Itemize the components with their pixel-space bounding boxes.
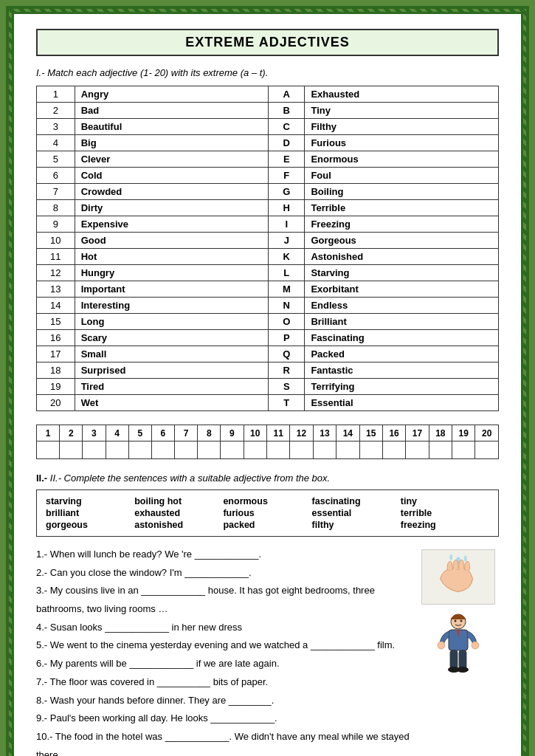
word-box-item: furious — [223, 508, 311, 518]
matching-row: 7CrowdedGBoiling — [37, 184, 499, 200]
matching-row: 19TiredSTerrifying — [37, 379, 499, 395]
sentence-item: 9.- Paul's been working all day. He look… — [36, 709, 410, 728]
matching-row: 12HungryLStarving — [37, 265, 499, 281]
word-box-item: terrible — [401, 508, 489, 518]
word-box-item: gorgeous — [46, 520, 134, 530]
matching-row: 4BigDFurious — [37, 135, 499, 151]
word-box-item: fascinating — [312, 496, 401, 506]
sentence-item: 8.- Wash your hands before dinner. They … — [36, 692, 410, 710]
page-title: EXTREME ADJECTIVES — [45, 35, 490, 50]
word-box-col3: enormousfuriouspacked — [223, 496, 311, 530]
matching-row: 5CleverEEnormous — [37, 151, 499, 168]
answer-numbers-row: 1234567891011121314151617181920 — [37, 425, 499, 441]
word-box-item: essential — [312, 508, 401, 518]
word-box-item: astonished — [134, 520, 223, 530]
sentence-item: 3.- My cousins live in an ____________ h… — [36, 582, 410, 618]
man-illustration — [432, 611, 484, 677]
svg-point-12 — [457, 667, 469, 673]
matching-row: 9ExpensiveIFreezing — [37, 216, 499, 233]
sentence-item: 6.- My parents will be ____________ if w… — [36, 655, 410, 673]
matching-row: 13ImportantMExorbitant — [37, 281, 499, 298]
word-box-col1: starvingbrilliantgorgeous — [46, 496, 134, 530]
word-box-col5: tinyterriblefreezing — [401, 496, 489, 530]
matching-row: 2BadBTiny — [37, 103, 499, 119]
svg-rect-10 — [459, 650, 466, 669]
hands-illustration — [421, 549, 495, 605]
word-box-item: brilliant — [46, 508, 134, 518]
word-box-item: tiny — [401, 496, 489, 506]
word-box-item: starving — [46, 496, 134, 506]
matching-row: 14InterestingNEndless — [37, 298, 499, 314]
matching-row: 16ScaryPFascinating — [37, 330, 499, 346]
svg-rect-9 — [450, 650, 458, 669]
word-box-col2: boiling hotexhaustedastonished — [134, 496, 223, 530]
word-box-item: boiling hot — [134, 496, 223, 506]
matching-row: 15LongOBrilliant — [37, 314, 499, 330]
answer-row-table: 1234567891011121314151617181920 — [36, 425, 499, 459]
sentence-item: 10.- The food in the hotel was _________… — [36, 728, 410, 756]
matching-table: 1AngryAExhausted2BadBTiny3BeautifulCFilt… — [36, 86, 499, 411]
svg-point-2 — [449, 554, 452, 560]
matching-row: 18SurprisedRFantastic — [37, 362, 499, 379]
svg-point-14 — [460, 620, 463, 622]
svg-point-3 — [464, 556, 467, 562]
matching-row: 17SmallQPacked — [37, 346, 499, 362]
matching-row: 10GoodJGorgeous — [37, 233, 499, 249]
matching-row: 1AngryAExhausted — [37, 86, 499, 103]
sentence-item: 5.- We went to the cinema yesterday even… — [36, 636, 410, 655]
word-box-col4: fascinatingessentialfilthy — [312, 496, 401, 530]
word-box: starvingbrilliantgorgeous boiling hotexh… — [36, 489, 499, 537]
word-box-item: freezing — [401, 520, 489, 530]
svg-point-8 — [472, 642, 479, 649]
illustrations — [418, 546, 499, 756]
word-box-item: exhausted — [134, 508, 223, 518]
word-box-item: filthy — [312, 520, 401, 530]
section1-instruction: I.- Match each adjective (1- 20) with it… — [36, 67, 499, 78]
matching-row: 6ColdFFoul — [37, 168, 499, 184]
section2-instruction: II.- II.- Complete the sentences with a … — [36, 472, 499, 484]
matching-row: 20WetTEssential — [37, 395, 499, 411]
sentences-section: 1.- When will lunch be ready? We 're ___… — [36, 546, 410, 756]
sentence-item: 7.- The floor was covered in __________ … — [36, 673, 410, 692]
sentence-item: 4.- Susan looks ____________ in her new … — [36, 619, 410, 637]
svg-point-7 — [438, 642, 445, 649]
matching-row: 8DirtyHTerrible — [37, 200, 499, 216]
answer-inputs-row[interactable] — [37, 441, 499, 459]
word-box-item: packed — [223, 520, 311, 530]
matching-row: 11HotKAstonished — [37, 249, 499, 265]
sentence-item: 1.- When will lunch be ready? We 're ___… — [36, 546, 410, 564]
word-box-item: enormous — [223, 496, 311, 506]
title-box: EXTREME ADJECTIVES — [36, 29, 499, 56]
matching-row: 3BeautifulCFilthy — [37, 119, 499, 135]
sentence-item: 2.- Can you close the window? I'm ______… — [36, 564, 410, 583]
svg-point-13 — [455, 620, 457, 622]
